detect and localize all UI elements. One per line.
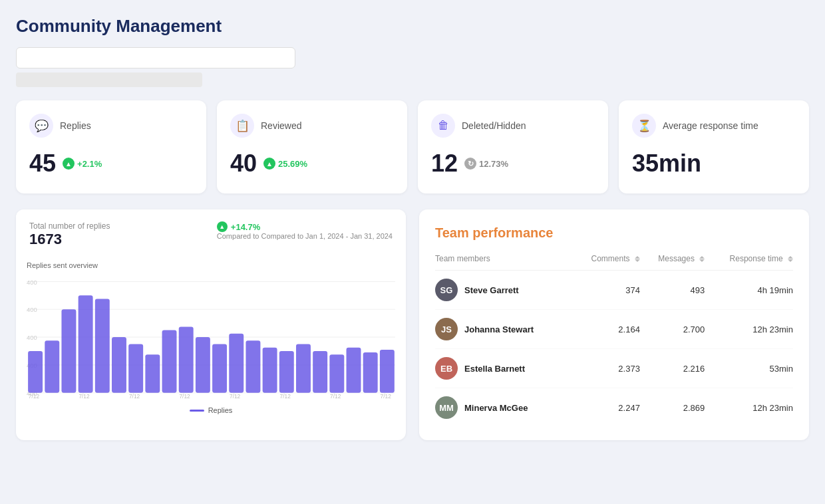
search-bar[interactable] (16, 47, 295, 68)
team-card: Team performance Team members Comments (419, 209, 809, 440)
svg-rect-11 (45, 340, 59, 392)
stat-value-row: 35min (632, 150, 796, 178)
member-response: 12h 23min (705, 310, 793, 349)
member-comments: 2.373 (572, 349, 640, 388)
bottom-section: Total number of replies 1673 ▲ +14.7% Co… (16, 209, 809, 440)
svg-rect-17 (145, 354, 160, 392)
member-messages: 2.869 (640, 388, 705, 428)
legend-label: Replies (208, 406, 233, 414)
legend-dot (190, 410, 204, 412)
summary-compare: Compared to Compared to Jan 1, 2024 - Ja… (217, 232, 393, 240)
stat-value: 40 (230, 150, 257, 178)
svg-text:7/12: 7/12 (381, 393, 392, 400)
stat-label: Reviewed (261, 120, 301, 131)
summary-value: 1673 (29, 231, 110, 248)
stat-card-header: 💬 Replies (29, 114, 193, 138)
badge-value: +2.1% (77, 159, 102, 169)
svg-text:7/12: 7/12 (230, 393, 241, 400)
chart-title: Replies sent overview (27, 257, 395, 269)
pct-change-value: +14.7% (231, 222, 260, 232)
svg-text:400: 400 (27, 279, 37, 286)
filter-bar[interactable] (16, 72, 202, 87)
member-messages: 2.216 (640, 349, 705, 388)
svg-rect-21 (212, 344, 227, 393)
member-cell: JS Johanna Stewart (435, 310, 572, 349)
col-comments-label: Comments (591, 254, 630, 263)
col-response[interactable]: Response time (705, 254, 793, 271)
svg-rect-28 (329, 354, 344, 392)
comments-sort-icon (635, 256, 640, 262)
stat-value-row: 12 ↻ 12.73% (431, 150, 595, 178)
stat-card-header: ⏳ Average response time (632, 114, 796, 138)
team-table: Team members Comments Messages (435, 254, 793, 427)
summary-label: Total number of replies (29, 221, 110, 231)
stat-icon: ⏳ (632, 114, 656, 138)
badge-up-icon: ▲ (263, 158, 275, 170)
stat-value: 45 (29, 150, 56, 178)
stat-badge: ▲ +2.1% (63, 158, 102, 170)
member-name: Minerva McGee (464, 403, 528, 413)
search-area (16, 47, 809, 87)
member-comments: 2.164 (572, 310, 640, 349)
stat-card-header: 🗑 Deleted/Hidden (431, 114, 595, 138)
member-messages: 2.700 (640, 310, 705, 349)
col-comments[interactable]: Comments (572, 254, 640, 271)
team-table-body: SG Steve Garrett 374 493 4h 19min JS Joh… (435, 271, 793, 428)
svg-rect-29 (347, 348, 361, 393)
member-name: Johanna Stewart (464, 324, 534, 334)
table-row: SG Steve Garrett 374 493 4h 19min (435, 271, 793, 310)
member-response: 53min (705, 349, 793, 388)
messages-sort-icon (699, 256, 705, 262)
svg-rect-23 (246, 340, 260, 392)
table-row: MM Minerva McGee 2.247 2.869 12h 23min (435, 388, 793, 428)
stat-label: Deleted/Hidden (462, 120, 526, 131)
svg-text:7/12: 7/12 (330, 393, 341, 400)
chart-card: Total number of replies 1673 ▲ +14.7% Co… (16, 209, 406, 440)
stat-value-row: 40 ▲ 25.69% (230, 150, 394, 178)
chart-summary: Total number of replies 1673 ▲ +14.7% Co… (16, 209, 406, 257)
col-response-label: Response time (730, 254, 783, 263)
avatar: EB (435, 357, 458, 380)
stat-label: Average response time (663, 120, 758, 131)
svg-text:7/12: 7/12 (79, 393, 90, 400)
svg-text:7/12: 7/12 (179, 393, 190, 400)
col-messages[interactable]: Messages (640, 254, 705, 271)
chart-svg: 4004004004004007/127/127/127/127/127/127… (27, 275, 395, 402)
stat-card-avg_response: ⏳ Average response time 35min (619, 100, 809, 193)
svg-rect-27 (313, 351, 327, 393)
svg-rect-14 (95, 299, 110, 393)
chart-legend: Replies (27, 406, 395, 414)
svg-rect-19 (179, 326, 194, 392)
svg-rect-12 (61, 309, 76, 392)
stat-card-header: 📋 Reviewed (230, 114, 394, 138)
team-table-head: Team members Comments Messages (435, 254, 793, 271)
member-name: Steve Garrett (464, 285, 519, 295)
table-row: EB Estella Barnett 2.373 2.216 53min (435, 349, 793, 388)
svg-text:7/12: 7/12 (280, 393, 291, 400)
col-member-label: Team members (435, 254, 490, 263)
stat-label: Replies (60, 120, 91, 131)
svg-rect-13 (79, 295, 93, 392)
stat-card-replies: 💬 Replies 45 ▲ +2.1% (16, 100, 206, 193)
page-title: Community Management (16, 16, 809, 37)
member-comments: 2.247 (572, 388, 640, 428)
member-cell: SG Steve Garrett (435, 271, 572, 310)
svg-text:7/12: 7/12 (129, 393, 140, 400)
svg-rect-18 (162, 330, 177, 393)
bar-chart-svg: 4004004004004007/127/127/127/127/127/127… (27, 275, 395, 400)
stat-badge: ↻ 12.73% (464, 158, 508, 170)
member-messages: 493 (640, 271, 705, 310)
member-cell: MM Minerva McGee (435, 388, 572, 428)
stat-icon: 💬 (29, 114, 53, 138)
svg-rect-15 (112, 337, 126, 393)
summary-pct: ▲ +14.7% (217, 221, 393, 232)
badge-value: 25.69% (278, 159, 307, 169)
response-sort-icon (788, 256, 793, 262)
svg-text:7/12: 7/12 (29, 393, 40, 400)
member-cell: EB Estella Barnett (435, 349, 572, 388)
chart-inner: Replies sent overview 4004004004004007/1… (16, 257, 406, 422)
svg-rect-30 (363, 352, 378, 393)
pct-up-icon: ▲ (217, 221, 228, 232)
svg-rect-25 (279, 351, 294, 393)
avatar: JS (435, 318, 458, 340)
